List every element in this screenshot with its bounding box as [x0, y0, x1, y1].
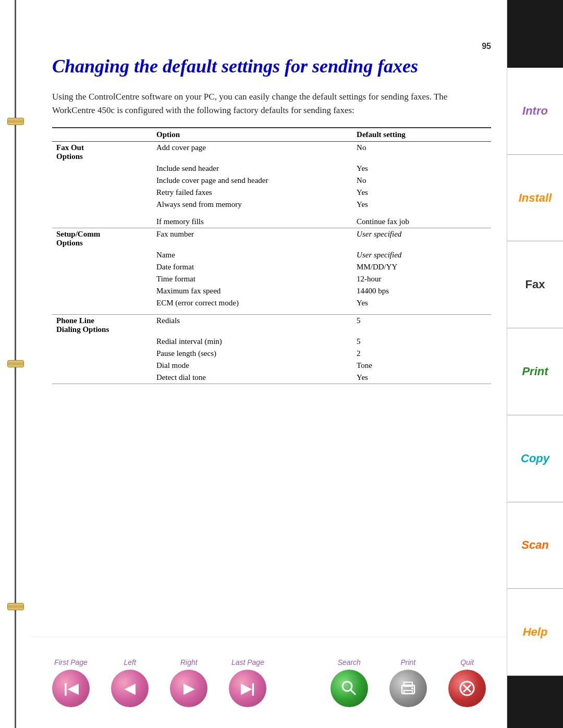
page-number: 95: [52, 42, 491, 51]
print-button[interactable]: [389, 670, 427, 707]
svg-rect-4: [404, 690, 412, 694]
sidebar-item-scan[interactable]: Scan: [507, 502, 563, 589]
table-row: Include cover page and send header No: [52, 175, 491, 187]
table-row: Pause length (secs) 2: [52, 348, 491, 360]
default-include-header: Yes: [352, 163, 491, 175]
left-label: Left: [124, 658, 136, 667]
option-fax-speed: Maximum fax speed: [152, 285, 352, 297]
table-row: Name User specified: [52, 249, 491, 261]
option-retry: Retry failed faxes: [152, 187, 352, 199]
left-button[interactable]: ◀: [111, 670, 149, 707]
spacer-row: [52, 211, 491, 216]
svg-line-1: [351, 690, 356, 695]
search-icon: [340, 679, 359, 698]
default-time-format: 12-hour: [352, 273, 491, 285]
table-row: Date format MM/DD/YY: [52, 261, 491, 273]
page-title: Changing the default settings for sendin…: [52, 55, 491, 78]
first-page-label: First Page: [54, 658, 88, 667]
table-row: ECM (error correct mode) Yes: [52, 297, 491, 309]
search-label: Search: [338, 658, 361, 667]
option-cover-send-header: Include cover page and send header: [152, 175, 352, 187]
col-default-header: Default setting: [352, 128, 491, 142]
spacer-row: [52, 309, 491, 314]
category-phone-line: Phone LineDialing Options: [52, 314, 152, 336]
option-time-format: Time format: [152, 273, 352, 285]
option-send-memory: Always send from memory: [152, 199, 352, 211]
binding-screw-middle: [7, 360, 24, 367]
sidebar-item-help[interactable]: Help: [507, 589, 563, 676]
default-redials: 5: [352, 314, 491, 336]
last-page-button[interactable]: ▶|: [229, 670, 266, 707]
default-redial-interval: 5: [352, 336, 491, 348]
search-button[interactable]: [331, 670, 368, 707]
col-category-header: [52, 128, 152, 142]
default-ecm: Yes: [352, 297, 491, 309]
option-redials: Redials: [152, 314, 352, 336]
quit-button[interactable]: [448, 670, 486, 707]
table-row: Retry failed faxes Yes: [52, 187, 491, 199]
default-fax-number: User specified: [352, 228, 491, 250]
svg-point-5: [411, 687, 413, 689]
sidebar-bottom-black: [507, 676, 563, 728]
table-row: Maximum fax speed 14400 bps: [52, 285, 491, 297]
first-page-button[interactable]: |◀: [52, 670, 90, 707]
sidebar-item-intro[interactable]: Intro: [507, 68, 563, 155]
table-row: Detect dial tone Yes: [52, 372, 491, 384]
print-icon: [399, 679, 418, 698]
option-dial-mode: Dial mode: [152, 360, 352, 372]
sidebar-item-fax[interactable]: Fax: [507, 241, 563, 328]
option-pause-length: Pause length (secs): [152, 348, 352, 360]
option-name: Name: [152, 249, 352, 261]
settings-table: Option Default setting Fax OutOptions Ad…: [52, 127, 491, 384]
table-row: Dial mode Tone: [52, 360, 491, 372]
default-fax-speed: 14400 bps: [352, 285, 491, 297]
table-row: Time format 12-hour: [52, 273, 491, 285]
sidebar-item-install[interactable]: Install: [507, 155, 563, 242]
svg-point-0: [342, 682, 352, 691]
binding-screw-bottom: [7, 603, 24, 610]
search-group: Search: [331, 658, 368, 707]
default-add-cover: No: [352, 142, 491, 163]
sidebar-item-print[interactable]: Print: [507, 328, 563, 415]
left-group: Left ◀: [111, 658, 149, 707]
table-row: Always send from memory Yes: [52, 199, 491, 211]
option-fax-number: Fax number: [152, 228, 352, 250]
option-ecm: ECM (error correct mode): [152, 297, 352, 309]
option-add-cover: Add cover page: [152, 142, 352, 163]
default-detect-dial: Yes: [352, 372, 491, 384]
binding-screw-top: [7, 118, 24, 125]
first-page-group: First Page |◀: [52, 658, 90, 707]
last-page-label: Last Page: [231, 658, 264, 667]
quit-group: Quit: [448, 658, 486, 707]
table-row: If memory fills Continue fax job: [52, 216, 491, 228]
default-retry: Yes: [352, 187, 491, 199]
option-date-format: Date format: [152, 261, 352, 273]
sidebar: Intro Install Fax Print Copy Scan Help: [507, 0, 563, 728]
default-memory-fills: Continue fax job: [352, 216, 491, 228]
right-button[interactable]: ▶: [170, 670, 207, 707]
right-group: Right ▶: [170, 658, 207, 707]
sidebar-top-black: [507, 0, 563, 68]
last-page-group: Last Page ▶|: [229, 658, 266, 707]
main-content: 95 Changing the default settings for sen…: [31, 31, 507, 634]
quit-label: Quit: [460, 658, 474, 667]
intro-text: Using the ControlCentre software on your…: [52, 90, 491, 117]
left-spine: [0, 0, 31, 728]
col-option-header: Option: [152, 128, 352, 142]
table-row: Fax OutOptions Add cover page No: [52, 142, 491, 163]
default-pause-length: 2: [352, 348, 491, 360]
table-row: Phone LineDialing Options Redials 5: [52, 314, 491, 336]
option-include-header: Include send header: [152, 163, 352, 175]
sidebar-item-copy[interactable]: Copy: [507, 415, 563, 502]
option-redial-interval: Redial interval (min): [152, 336, 352, 348]
table-header-row: Option Default setting: [52, 128, 491, 142]
table-row: Setup/CommOptions Fax number User specif…: [52, 228, 491, 250]
category-setup-comm: Setup/CommOptions: [52, 228, 152, 250]
table-row: Redial interval (min) 5: [52, 336, 491, 348]
print-label: Print: [400, 658, 415, 667]
quit-icon: [458, 679, 476, 698]
default-dial-mode: Tone: [352, 360, 491, 372]
option-memory-fills: If memory fills: [152, 216, 352, 228]
default-date-format: MM/DD/YY: [352, 261, 491, 273]
default-name: User specified: [352, 249, 491, 261]
